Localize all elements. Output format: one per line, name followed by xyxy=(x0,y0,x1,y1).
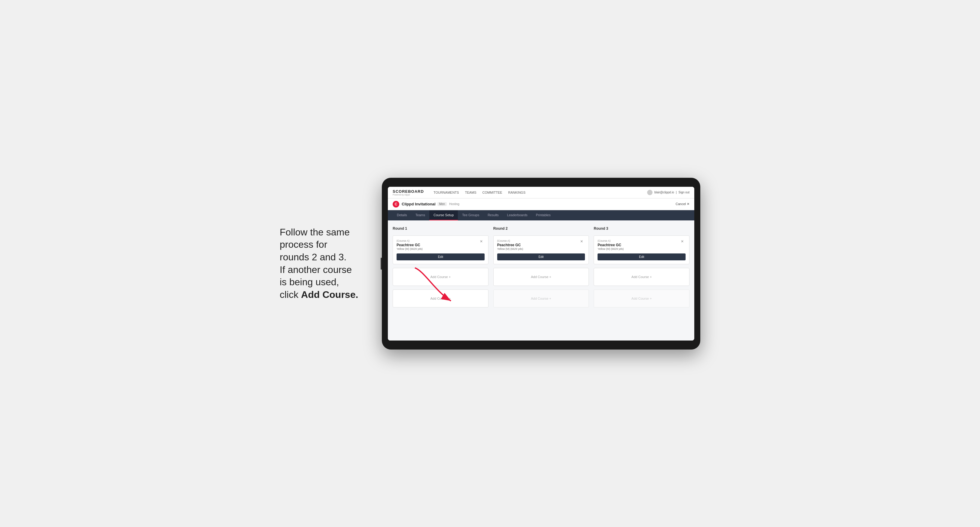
sub-header-badge: Men xyxy=(438,202,447,206)
top-nav-links: TOURNAMENTS TEAMS COMMITTEE RANKINGS xyxy=(434,190,640,195)
main-content: Round 1 (Course A) Peachtree GC Yellow (… xyxy=(388,221,694,341)
remove-course-icon-r1[interactable]: ✕ xyxy=(480,239,485,244)
rounds-grid: Round 1 (Course A) Peachtree GC Yellow (… xyxy=(393,226,689,308)
user-email: blair@clippd.io xyxy=(654,190,674,194)
course-card-header-r3: (Course A) Peachtree GC Yellow (M) (6629… xyxy=(598,239,686,254)
logo-main-text: SCOREBOARD xyxy=(393,189,424,194)
round-2-course-card: (Course A) Peachtree GC Yellow (M) (6629… xyxy=(493,235,589,264)
tab-results[interactable]: Results xyxy=(484,210,503,221)
round-1-label: Round 1 xyxy=(393,226,488,231)
course-card-header: (Course A) Peachtree GC Yellow (M) (6629… xyxy=(396,239,485,254)
round-1-course-card: (Course A) Peachtree GC Yellow (M) (6629… xyxy=(393,235,488,264)
tablet-frame: SCOREBOARD Powered by clippd TOURNAMENTS… xyxy=(382,178,700,349)
remove-course-icon-r2[interactable]: ✕ xyxy=(580,239,585,244)
course-details-r3: Yellow (M) (6629 yds) xyxy=(598,248,681,251)
course-a-label-r2: (Course A) xyxy=(497,239,581,242)
logo-sub-text: Powered by clippd xyxy=(393,194,424,196)
instruction-line1: Follow the sameprocess forrounds 2 and 3… xyxy=(280,227,358,300)
course-name-r1: Peachtree GC xyxy=(396,243,480,247)
logo-char: C xyxy=(395,202,398,206)
instruction-bold: Add Course. xyxy=(301,289,358,300)
add-course-text-r3-2: Add Course + xyxy=(632,297,652,300)
sign-out-link[interactable]: Sign out xyxy=(678,190,689,194)
sub-header-hosting: Hosting xyxy=(449,202,459,206)
course-name-r2: Peachtree GC xyxy=(497,243,581,247)
course-name-r3: Peachtree GC xyxy=(598,243,681,247)
add-course-text-r2-1: Add Course + xyxy=(531,275,551,279)
nav-separator: | xyxy=(676,190,677,194)
add-course-r3-2: Add Course + xyxy=(593,289,689,308)
course-a-label-r3: (Course A) xyxy=(598,239,681,242)
add-course-r3-1[interactable]: Add Course + xyxy=(593,268,689,286)
edit-button-r1[interactable]: Edit xyxy=(396,254,485,260)
scoreboard-logo: SCOREBOARD Powered by clippd xyxy=(393,189,424,196)
course-a-label-r1: (Course A) xyxy=(396,239,480,242)
top-nav: SCOREBOARD Powered by clippd TOURNAMENTS… xyxy=(388,187,694,198)
tab-details[interactable]: Details xyxy=(393,210,411,221)
add-course-r2-2: Add Course + xyxy=(493,289,589,308)
tab-teams[interactable]: Teams xyxy=(411,210,429,221)
course-card-info-r3: (Course A) Peachtree GC Yellow (M) (6629… xyxy=(598,239,681,254)
add-course-r1-1[interactable]: Add Course + xyxy=(393,268,488,286)
add-course-text-r2-2: Add Course + xyxy=(531,297,551,300)
nav-link-rankings[interactable]: RANKINGS xyxy=(508,190,525,195)
edit-button-r2[interactable]: Edit xyxy=(497,254,585,260)
nav-link-tournaments[interactable]: TOURNAMENTS xyxy=(434,190,459,195)
round-3-label: Round 3 xyxy=(593,226,689,231)
top-nav-right: blair@clippd.io | Sign out xyxy=(647,190,689,195)
tab-bar: Details Teams Course Setup Tee Groups Re… xyxy=(388,210,694,221)
round-2-column: Round 2 (Course A) Peachtree GC Yellow (… xyxy=(493,226,589,308)
page-wrapper: Follow the sameprocess forrounds 2 and 3… xyxy=(280,178,700,349)
sub-header-title: Clippd Invitational xyxy=(402,202,436,206)
sub-header-logo: C xyxy=(393,201,399,208)
nav-link-committee[interactable]: COMMITTEE xyxy=(482,190,502,195)
tab-tee-groups[interactable]: Tee Groups xyxy=(458,210,484,221)
add-course-text-r1-1: Add Course + xyxy=(431,275,451,279)
instruction-text: Follow the sameprocess forrounds 2 and 3… xyxy=(280,226,370,301)
tab-course-setup[interactable]: Course Setup xyxy=(429,210,458,221)
sub-header: C Clippd Invitational Men Hosting Cancel… xyxy=(388,198,694,210)
tablet-side-button xyxy=(381,258,382,270)
course-card-info: (Course A) Peachtree GC Yellow (M) (6629… xyxy=(396,239,480,254)
course-details-r2: Yellow (M) (6629 yds) xyxy=(497,248,581,251)
tablet-screen: SCOREBOARD Powered by clippd TOURNAMENTS… xyxy=(388,187,694,341)
course-details-r1: Yellow (M) (6629 yds) xyxy=(396,248,480,251)
cancel-button[interactable]: Cancel ✕ xyxy=(676,202,689,206)
tab-leaderboards[interactable]: Leaderboards xyxy=(503,210,532,221)
add-course-text-r3-1: Add Course + xyxy=(632,275,652,279)
edit-button-r3[interactable]: Edit xyxy=(598,254,686,260)
round-2-label: Round 2 xyxy=(493,226,589,231)
round-3-course-card: (Course A) Peachtree GC Yellow (M) (6629… xyxy=(593,235,689,264)
course-card-header-r2: (Course A) Peachtree GC Yellow (M) (6629… xyxy=(497,239,585,254)
add-course-r2-1[interactable]: Add Course + xyxy=(493,268,589,286)
tab-printables[interactable]: Printables xyxy=(532,210,555,221)
user-avatar xyxy=(647,190,652,195)
add-course-r1-2[interactable]: Add Course + xyxy=(393,289,488,308)
round-3-column: Round 3 (Course A) Peachtree GC Yellow (… xyxy=(593,226,689,308)
course-card-info-r2: (Course A) Peachtree GC Yellow (M) (6629… xyxy=(497,239,581,254)
round-1-column: Round 1 (Course A) Peachtree GC Yellow (… xyxy=(393,226,488,308)
add-course-text-r1-2: Add Course + xyxy=(431,297,451,300)
nav-link-teams[interactable]: TEAMS xyxy=(465,190,476,195)
remove-course-icon-r3[interactable]: ✕ xyxy=(681,239,686,244)
